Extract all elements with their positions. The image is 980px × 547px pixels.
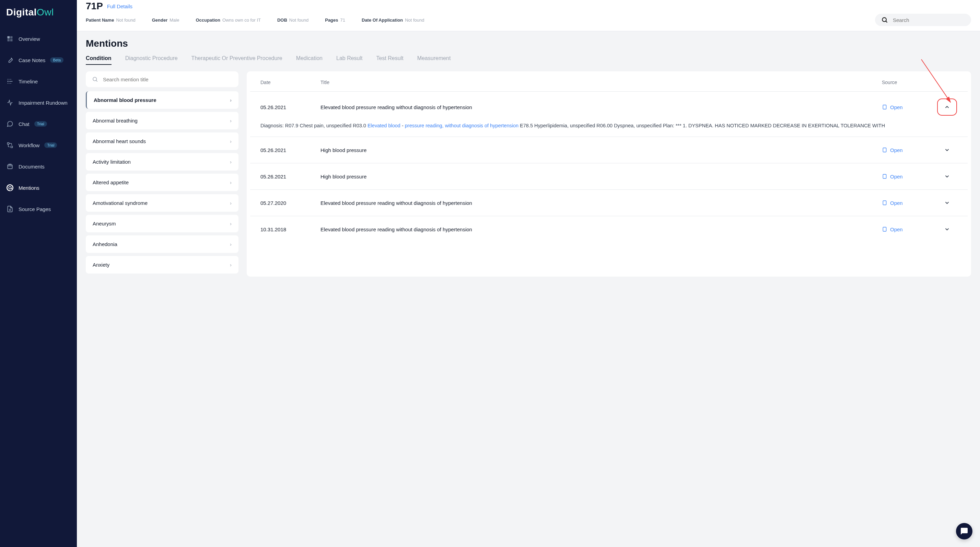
mention-item[interactable]: Activity limitation› (86, 153, 239, 170)
tab-condition[interactable]: Condition (86, 55, 111, 65)
expand-button[interactable] (941, 197, 953, 209)
meta-dob: DOBNot found (277, 17, 309, 23)
meta-gender: GenderMale (152, 17, 180, 23)
meta-patient-name: Patient NameNot found (86, 17, 135, 23)
mention-search-input[interactable] (103, 76, 232, 83)
nav-label: Overview (19, 36, 40, 42)
svg-point-15 (882, 17, 886, 22)
entry-date: 05.27.2020 (261, 200, 313, 206)
svg-point-8 (8, 83, 9, 84)
mentions-list-panel: Abnormal blood pressure› Abnormal breath… (86, 72, 239, 277)
document-icon (882, 226, 887, 232)
document-icon (882, 200, 887, 206)
svg-rect-12 (8, 165, 12, 169)
global-search[interactable] (875, 14, 971, 26)
case-id: 71P (86, 1, 103, 12)
pulse-icon (6, 99, 14, 107)
meta-pages: Pages71 (325, 17, 345, 23)
mention-item[interactable]: Abnormal heart sounds› (86, 132, 239, 150)
tab-therapeutic[interactable]: Therapeutic Or Preventive Procedure (191, 55, 282, 65)
expand-button[interactable] (941, 144, 953, 156)
chevron-right-icon: › (230, 97, 232, 103)
logo-text-2: Owl (37, 7, 54, 17)
documents-icon (6, 163, 14, 170)
tab-diagnostic[interactable]: Diagnostic Procedure (125, 55, 178, 65)
tabs: Condition Diagnostic Procedure Therapeut… (86, 55, 971, 65)
mention-item[interactable]: Altered appetite› (86, 173, 239, 191)
entry-date: 10.31.2018 (261, 226, 313, 232)
col-title: Title (320, 80, 875, 85)
svg-rect-18 (883, 148, 886, 152)
expand-button[interactable] (941, 170, 953, 183)
logo: DigitalOwl (0, 4, 77, 28)
entry-title: Elevated blood pressure reading without … (320, 103, 875, 111)
entries-panel: Date Title Source 05.26.2021 Elevated bl… (247, 72, 971, 277)
nav-label: Documents (19, 164, 45, 170)
mention-search[interactable] (86, 72, 239, 87)
chevron-right-icon: › (230, 200, 232, 206)
svg-rect-1 (10, 37, 13, 39)
mention-item[interactable]: Aneurysm› (86, 215, 239, 232)
global-search-input[interactable] (893, 17, 965, 23)
nav-overview[interactable]: Overview (0, 28, 77, 49)
nav-impairment[interactable]: Impairment Rundown (0, 92, 77, 113)
document-icon (882, 104, 887, 110)
chat-icon (6, 120, 14, 128)
full-details-link[interactable]: Full Details (107, 3, 132, 9)
mention-item[interactable]: Anxiety› (86, 256, 239, 274)
nav-source-pages[interactable]: Source Pages (0, 198, 77, 219)
svg-rect-20 (883, 201, 886, 205)
tab-test-result[interactable]: Test Result (376, 55, 404, 65)
nav-chat[interactable]: Chat Trial (0, 113, 77, 135)
trial-badge: Trial (34, 121, 47, 127)
mentions-icon (6, 184, 14, 191)
entry-title: Elevated blood pressure reading without … (320, 199, 875, 207)
svg-rect-21 (883, 227, 886, 231)
table-head: Date Title Source (250, 78, 968, 91)
entry-row: 05.26.2021 Elevated blood pressure readi… (250, 91, 968, 137)
collapse-button[interactable] (937, 99, 957, 116)
svg-point-16 (93, 77, 97, 81)
open-source-button[interactable]: Open (882, 200, 930, 206)
chevron-right-icon: › (230, 118, 232, 124)
nav-documents[interactable]: Documents (0, 156, 77, 177)
nav-mentions[interactable]: Mentions (0, 177, 77, 198)
nav-workflow[interactable]: Workflow Trial (0, 135, 77, 156)
open-source-button[interactable]: Open (882, 147, 930, 153)
page-icon (6, 205, 14, 213)
mention-item[interactable]: Anhedonia› (86, 235, 239, 253)
open-source-button[interactable]: Open (882, 226, 930, 232)
tab-medication[interactable]: Medication (296, 55, 323, 65)
tab-measurement[interactable]: Measurement (417, 55, 451, 65)
tab-lab-result[interactable]: Lab Result (336, 55, 363, 65)
entry-row: 05.26.2021 High blood pressure Open (250, 137, 968, 163)
svg-rect-2 (8, 39, 10, 41)
detail-link[interactable]: Elevated blood (368, 123, 401, 128)
entry-date: 05.26.2021 (261, 147, 313, 153)
nav-case-notes[interactable]: Case Notes Beta (0, 49, 77, 71)
mention-item[interactable]: Abnormal breathing› (86, 112, 239, 129)
mention-item[interactable]: Amotivational syndrome› (86, 194, 239, 212)
detail-link[interactable]: pressure reading, without diagnosis of h… (405, 123, 519, 128)
svg-point-6 (8, 79, 9, 80)
search-icon (881, 16, 888, 23)
meta-date-of-application: Date Of ApplicationNot found (362, 17, 425, 23)
nav-label: Mentions (19, 185, 40, 191)
svg-rect-5 (9, 81, 13, 82)
workflow-icon (6, 142, 14, 149)
svg-point-4 (8, 81, 9, 82)
header: 71P Full Details Patient NameNot found G… (77, 0, 980, 31)
nav-timeline[interactable]: Timeline (0, 71, 77, 92)
chevron-right-icon: › (230, 241, 232, 247)
expand-button[interactable] (941, 223, 953, 235)
svg-rect-19 (883, 174, 886, 178)
mention-item[interactable]: Abnormal blood pressure› (86, 91, 239, 109)
open-source-button[interactable]: Open (882, 173, 930, 180)
nav-label: Workflow (19, 142, 40, 148)
svg-rect-3 (10, 39, 13, 41)
chat-widget-button[interactable] (956, 523, 972, 539)
svg-point-14 (9, 186, 11, 189)
svg-rect-17 (883, 105, 886, 109)
open-source-button[interactable]: Open (882, 104, 930, 110)
col-source: Source (882, 80, 930, 85)
